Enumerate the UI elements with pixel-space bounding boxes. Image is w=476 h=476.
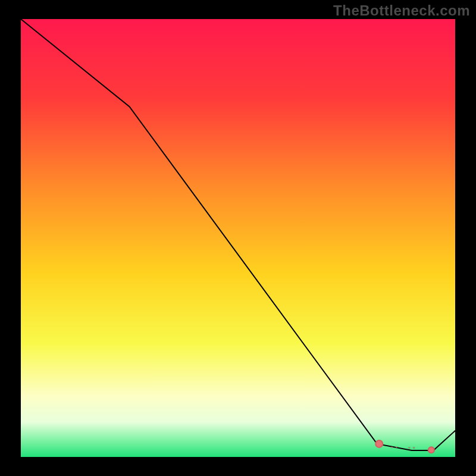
data-marker (428, 447, 434, 453)
plot-area: - -- - (21, 19, 455, 457)
data-marker (375, 440, 383, 447)
dash-label: - - (408, 443, 415, 450)
watermark-text: TheBottleneck.com (333, 2, 470, 19)
dash-label: - - (391, 443, 398, 450)
gradient-background (21, 19, 455, 457)
chart-frame: TheBottleneck.com - -- - (0, 0, 476, 476)
chart-svg (21, 19, 455, 457)
